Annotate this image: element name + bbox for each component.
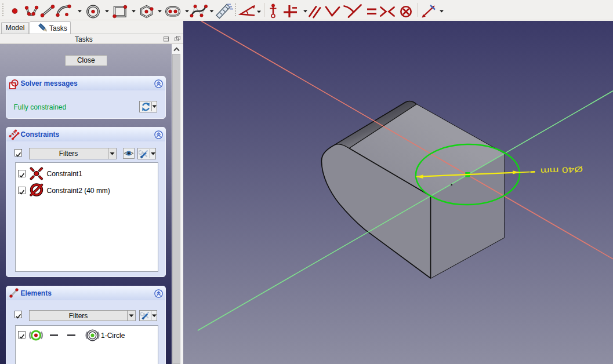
svg-text:Ø40 mm: Ø40 mm bbox=[540, 165, 583, 176]
